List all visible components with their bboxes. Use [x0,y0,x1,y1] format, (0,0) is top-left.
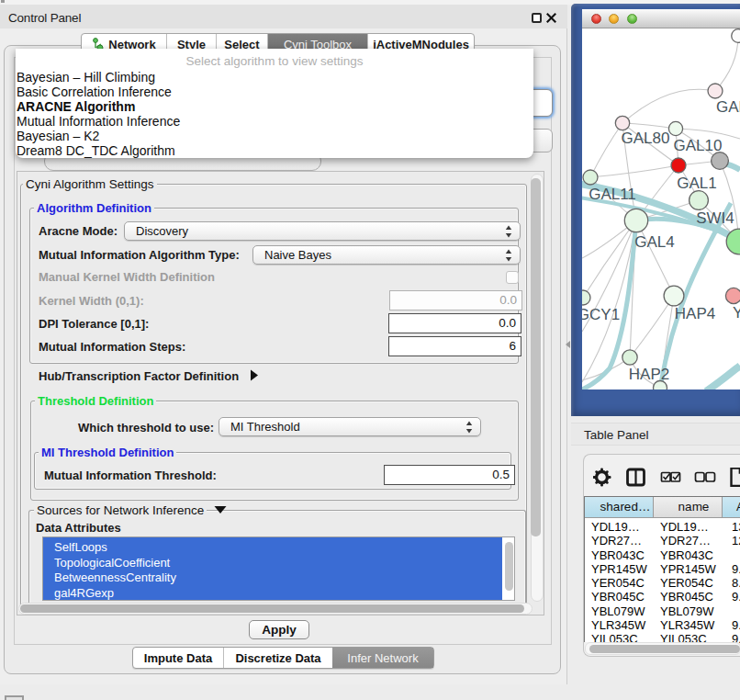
svg-text:GAL10: GAL10 [674,137,723,154]
svg-text:GAL4: GAL4 [634,233,674,251]
svg-text:HAP4: HAP4 [675,305,715,322]
svg-text:HAP2: HAP2 [629,366,669,383]
svg-text:GCY1: GCY1 [582,306,620,323]
svg-text:GAL11: GAL11 [589,186,636,203]
svg-text:GAL1: GAL1 [677,175,716,192]
svg-text:GAL2: GAL2 [716,98,740,116]
svg-text:SWI4: SWI4 [696,209,734,227]
svg-text:YD: YD [733,304,740,322]
svg-text:GAL80: GAL80 [622,130,670,147]
